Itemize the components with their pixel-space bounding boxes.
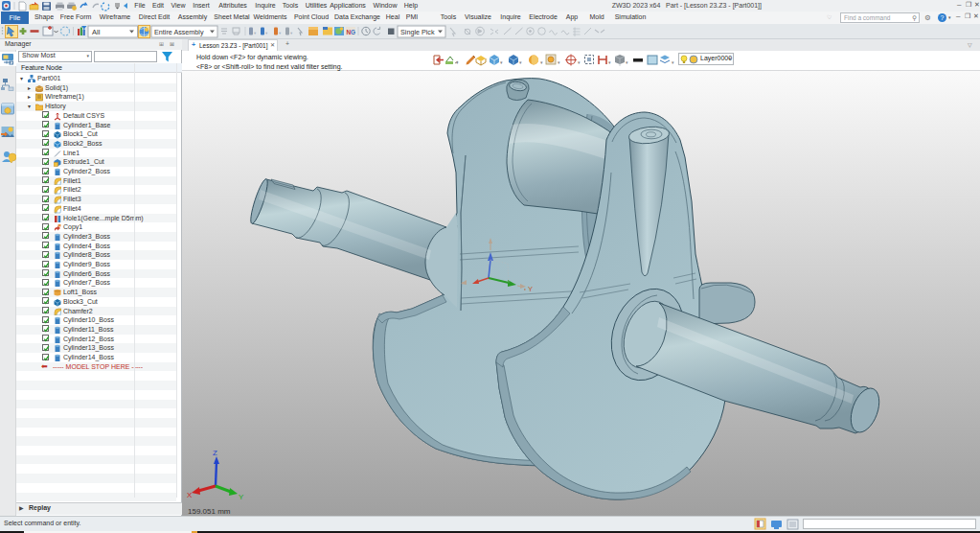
svg-text:▾: ▾ bbox=[265, 31, 268, 35]
svg-text:▾: ▾ bbox=[519, 59, 522, 65]
svg-text:▾: ▾ bbox=[558, 59, 560, 65]
svg-text:X: X bbox=[187, 491, 193, 499]
svg-text:▾: ▾ bbox=[456, 59, 459, 65]
svg-text:▾: ▾ bbox=[578, 59, 581, 65]
svg-text:Y: Y bbox=[528, 285, 533, 293]
svg-text:Z: Z bbox=[213, 449, 217, 457]
svg-text:▾: ▾ bbox=[608, 59, 611, 65]
svg-text:All: All bbox=[92, 28, 101, 36]
svg-text:▾: ▾ bbox=[290, 31, 293, 35]
svg-text:▾: ▾ bbox=[279, 31, 282, 35]
svg-text:Y: Y bbox=[239, 493, 244, 501]
svg-text:▾: ▾ bbox=[500, 59, 503, 65]
svg-text:159.051 mm: 159.051 mm bbox=[188, 507, 231, 516]
svg-text:▾: ▾ bbox=[540, 59, 543, 65]
svg-text:▾: ▾ bbox=[254, 31, 257, 35]
svg-text:▾: ▾ bbox=[672, 59, 674, 65]
svg-text:Entire Assembly: Entire Assembly bbox=[154, 28, 204, 36]
svg-text:Single Pick: Single Pick bbox=[400, 28, 435, 36]
svg-text:G: G bbox=[351, 29, 355, 35]
svg-text:▾: ▾ bbox=[626, 59, 628, 65]
